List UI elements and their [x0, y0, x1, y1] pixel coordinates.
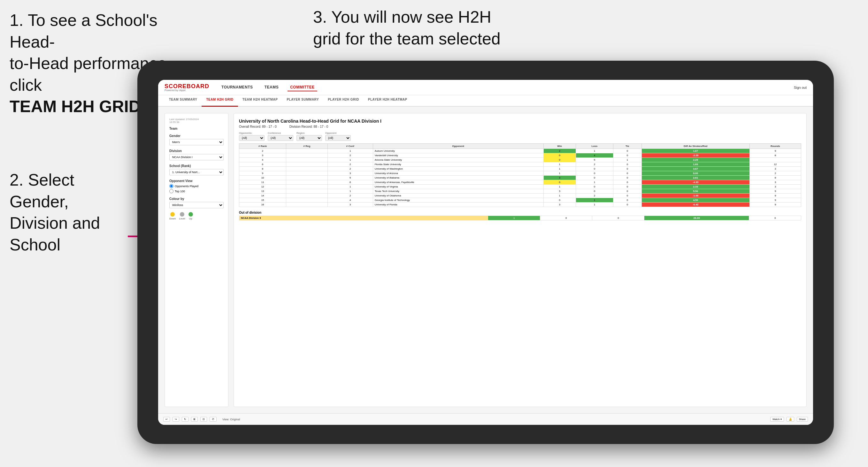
team-section: Team [169, 127, 224, 130]
col-reg: # Reg [286, 144, 328, 149]
cell-win: 0 [544, 153, 576, 158]
out-win: 1 [488, 216, 540, 220]
cell-tie: 0 [613, 176, 642, 180]
table-row: 13 1 Texas Tech University 3 0 0 5.56 9 [239, 189, 801, 193]
table-row: 2 1 Auburn University 2 1 0 1.67 9 [239, 149, 801, 153]
annotation-2: 2. Select Gender, Division and School [9, 169, 137, 255]
gender-select[interactable]: Men's [169, 139, 224, 145]
cell-conf: 2 [328, 193, 373, 198]
cell-loss: 0 [576, 167, 613, 171]
toolbar-btn-4[interactable]: ⊞ [191, 417, 198, 422]
cell-conf: 6 [328, 180, 373, 185]
undo-button[interactable]: ↩ [163, 417, 170, 422]
division-select[interactable]: NCAA Division I [169, 154, 224, 160]
cell-loss: 0 [576, 171, 613, 176]
tab-player-h2h-heatmap[interactable]: PLAYER H2H HEATMAP [364, 95, 412, 107]
redo-button[interactable]: ↪ [173, 417, 179, 422]
ann1-line1: 1. To see a School's Head- [9, 11, 157, 51]
division-section: Division NCAA Division I [169, 149, 224, 160]
opponent-view-section: Opponent View Opponents Played Top 100 [169, 179, 224, 193]
school-select[interactable]: 1. University of Nort... [169, 169, 224, 175]
filter-conference: Conference (All) [268, 132, 293, 141]
toolbar-icon-btn[interactable]: 🔔 [786, 417, 794, 422]
overall-record: Overall Record: 89 - 17 - 0 [239, 125, 277, 128]
share-button[interactable]: Share [797, 417, 808, 422]
out-of-division: Out of division NCAA Division II 1 0 0 2… [239, 211, 801, 220]
cell-tie: 0 [613, 198, 642, 203]
cell-rank: 16 [239, 203, 286, 207]
cell-opponent: Georgia Institute of Technology [373, 198, 544, 203]
colour-label: Colour by [169, 197, 224, 200]
radio-top-100[interactable]: Top 100 [169, 189, 224, 193]
table-row: 14 2 University of Oklahoma 1 2 0 -1.00 … [239, 193, 801, 198]
out-label: NCAA Division II [239, 216, 488, 220]
filter-region: Region (All) [297, 132, 322, 141]
colour-select[interactable]: Win/loss [169, 202, 224, 208]
out-of-division-table: NCAA Division II 1 0 0 26.00 3 [239, 216, 801, 220]
cell-reg [286, 180, 328, 185]
cell-tie: 0 [613, 189, 642, 193]
sign-out[interactable]: Sign out [794, 86, 807, 89]
school-label: School (Rank) [169, 164, 224, 168]
cell-rank: 15 [239, 198, 286, 203]
cell-diff: -6.42 [642, 203, 749, 207]
tab-player-h2h-grid[interactable]: PLAYER H2H GRID [323, 95, 364, 107]
cell-diff: 2.33 [642, 185, 749, 189]
cell-opponent: Vanderbilt University [373, 153, 544, 158]
tablet-screen: SCOREBOARD Powered by clippd TOURNAMENTS… [158, 80, 813, 425]
nav-teams[interactable]: TEAMS [262, 84, 281, 91]
tab-team-h2h-grid[interactable]: TEAM H2H GRID [202, 95, 238, 107]
col-conf: # Conf [328, 144, 373, 149]
cell-loss: 0 [576, 185, 613, 189]
gender-label: Gender [169, 134, 224, 138]
clock-button[interactable]: ⏱ [210, 417, 217, 422]
cell-reg [286, 149, 328, 153]
nav-committee[interactable]: COMMITTEE [287, 84, 317, 91]
col-tie: Tie [613, 144, 642, 149]
cell-rank: 2 [239, 149, 286, 153]
ann2-line3: School [9, 236, 60, 254]
legend-up-dot [188, 212, 193, 217]
cell-diff: -2.29 [642, 153, 749, 158]
cell-win: 1 [544, 162, 576, 167]
table-body: 2 1 Auburn University 2 1 0 1.67 9 3 2 V… [239, 149, 801, 207]
cell-opponent: Auburn University [373, 149, 544, 153]
toolbar-btn-3[interactable]: ↻ [182, 417, 188, 422]
filter-region-select[interactable]: (All) [297, 135, 322, 141]
cell-tie: 0 [613, 171, 642, 176]
cell-rounds: 9 [749, 149, 801, 153]
cell-tie: 0 [613, 153, 642, 158]
cell-rounds: 8 [749, 153, 801, 158]
cell-rank: 11 [239, 180, 286, 185]
tablet: SCOREBOARD Powered by clippd TOURNAMENTS… [137, 61, 834, 444]
filter-opponents-select[interactable]: (All) [239, 135, 265, 141]
cell-win: 1 [544, 193, 576, 198]
toolbar-btn-5[interactable]: ⊡ [200, 417, 207, 422]
cell-rank: 13 [239, 189, 286, 193]
cell-conf: 1 [328, 149, 373, 153]
radio-opponents-played[interactable]: Opponents Played [169, 184, 224, 188]
table-row: 6 2 Florida State University 1 2 0 1.83 … [239, 162, 801, 167]
grid-records: Overall Record: 89 - 17 - 0 Division Rec… [239, 125, 801, 128]
tab-team-summary[interactable]: TEAM SUMMARY [164, 95, 202, 107]
cell-diff: 1.67 [642, 149, 749, 153]
cell-win: 1 [544, 167, 576, 171]
cell-tie: 0 [613, 162, 642, 167]
data-table: # Rank # Reg # Conf Opponent Win Loss Ti… [239, 144, 801, 207]
watch-button[interactable]: Watch ▾ [770, 417, 784, 422]
cell-reg [286, 162, 328, 167]
tab-team-h2h-heatmap[interactable]: TEAM H2H HEATMAP [238, 95, 282, 107]
cell-loss: 1 [576, 198, 613, 203]
cell-reg [286, 153, 328, 158]
table-row: 12 1 University of Virginia 1 0 0 2.33 3 [239, 185, 801, 189]
tab-player-summary[interactable]: PLAYER SUMMARY [282, 95, 323, 107]
cell-opponent: University of Virginia [373, 185, 544, 189]
filter-opponent-select[interactable]: (All) [325, 135, 351, 141]
filter-conference-select[interactable]: (All) [268, 135, 293, 141]
filter-opponents: Opponents: (All) [239, 132, 265, 141]
nav-tournaments[interactable]: TOURNAMENTS [219, 84, 255, 91]
cell-opponent: University of Alabama [373, 176, 544, 180]
col-win: Win [544, 144, 576, 149]
colour-section: Colour by Win/loss [169, 197, 224, 208]
cell-rounds: 3 [749, 180, 801, 185]
